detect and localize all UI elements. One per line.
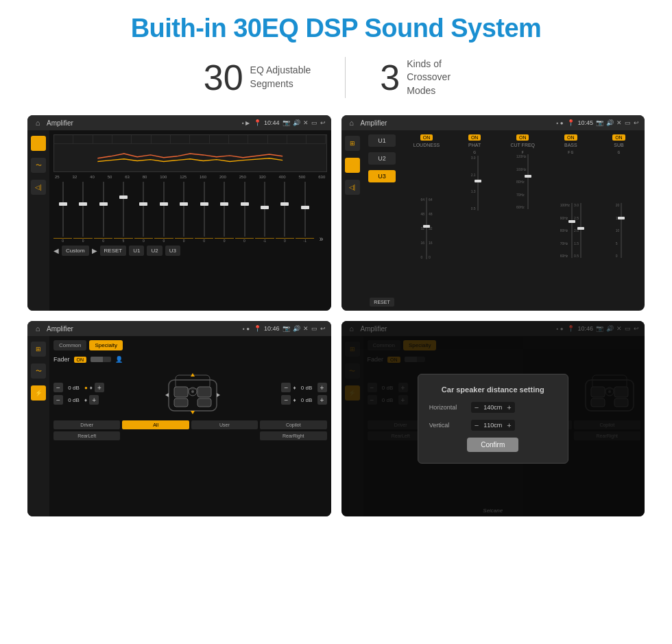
wave-icon[interactable]: 〜 xyxy=(31,158,46,173)
eq-icon-2[interactable]: ⊞ xyxy=(345,136,360,151)
svg-rect-3 xyxy=(197,387,211,397)
crossover-channels: ON LOUDNESS 644832160 644832160 ON PHAT xyxy=(401,130,645,311)
rearleft-btn[interactable]: RearLeft xyxy=(53,431,120,440)
expand-icon[interactable]: » xyxy=(315,235,326,243)
all-btn[interactable]: All xyxy=(122,420,189,429)
fader-12[interactable]: 0 xyxy=(276,182,294,243)
camera-icon-3: 📷 xyxy=(283,325,290,332)
volume-down-icon[interactable]: ◁| xyxy=(31,180,46,195)
user-btn[interactable]: User xyxy=(191,420,258,429)
fader-1[interactable]: 0 xyxy=(53,182,72,243)
fader-5[interactable]: 0 xyxy=(134,182,153,243)
loudness-fader[interactable]: 644832160 644832160 xyxy=(420,150,432,307)
u2-button[interactable]: U2 xyxy=(147,246,162,256)
prev-icon[interactable]: ◀ xyxy=(53,247,59,254)
reset-button[interactable]: RESET xyxy=(100,246,127,256)
eq-icon[interactable]: ⊞ xyxy=(31,136,46,151)
cutfreq-fader[interactable]: 120Hz100Hz80Hz70Hz60Hz xyxy=(516,154,529,307)
loudness-on[interactable]: ON xyxy=(420,134,433,141)
front-left-db: − 0 dB ● ♦ + xyxy=(53,383,104,392)
close-icon-3[interactable]: ✕ xyxy=(303,325,309,332)
ch-bass: ON BASS F G 100Hz90Hz80Hz70Hz60Hz 3.02.5… xyxy=(548,134,594,307)
minimize-icon-2[interactable]: ▭ xyxy=(625,119,631,126)
back-icon[interactable]: ↩ xyxy=(320,119,326,126)
u3-button[interactable]: U3 xyxy=(165,246,180,256)
copilot-btn[interactable]: Copilot xyxy=(260,420,326,429)
home-icon-3[interactable]: ⌂ xyxy=(33,324,43,333)
wave-icon-3[interactable]: 〜 xyxy=(31,363,46,379)
vertical-value: 110cm xyxy=(481,422,505,429)
u1-select[interactable]: U1 xyxy=(368,134,396,147)
minimize-icon-3[interactable]: ▭ xyxy=(311,325,317,332)
vertical-minus[interactable]: − xyxy=(475,421,479,429)
phat-on[interactable]: ON xyxy=(468,134,481,141)
screen3-icons: 📍 10:46 📷 🔊 ✕ ▭ ↩ xyxy=(254,325,326,332)
confirm-button[interactable]: Confirm xyxy=(467,438,518,452)
specialty-tab[interactable]: Specialty xyxy=(89,340,122,350)
horizontal-minus[interactable]: − xyxy=(475,403,479,412)
phat-fader[interactable]: G 3.02.11.30.5 xyxy=(471,150,479,307)
fr-plus[interactable]: + xyxy=(317,383,327,392)
close-icon[interactable]: ✕ xyxy=(303,119,309,126)
ch-cutfreq: ON CUT FREQ F 120Hz100Hz80Hz70Hz60Hz xyxy=(500,134,546,307)
cutfreq-on[interactable]: ON xyxy=(516,134,529,141)
screen1-title: Amplifier xyxy=(47,119,238,127)
fader-control[interactable] xyxy=(91,357,111,362)
fader-7[interactable]: 0 xyxy=(175,182,193,243)
rr-minus[interactable]: − xyxy=(281,395,291,405)
common-tab[interactable]: Common xyxy=(53,340,86,350)
fader-2[interactable]: 0 xyxy=(73,182,92,243)
fr-minus[interactable]: − xyxy=(281,383,291,392)
wave-icon-2[interactable]: 〜 xyxy=(345,158,360,173)
rl-plus[interactable]: + xyxy=(89,395,99,405)
bluetooth-icon[interactable]: ⚡ xyxy=(31,385,46,401)
dialog-overlay: Car speaker distance setting Horizontal … xyxy=(341,321,645,516)
rr-plus[interactable]: + xyxy=(317,395,327,405)
rl-minus[interactable]: − xyxy=(53,395,63,405)
rearright-btn[interactable]: RearRight xyxy=(260,431,326,440)
eq-number: 30 xyxy=(204,57,243,98)
close-icon-2[interactable]: ✕ xyxy=(616,119,622,126)
fl-plus[interactable]: + xyxy=(95,383,104,392)
fl-minus[interactable]: − xyxy=(53,383,63,392)
fader-text: Fader xyxy=(53,356,70,363)
fader-4[interactable]: 5 xyxy=(114,182,132,243)
horizontal-value: 140cm xyxy=(481,404,505,411)
ch-phat: ON PHAT G 3.02.11.30.5 xyxy=(452,134,498,307)
home-icon[interactable]: ⌂ xyxy=(33,118,43,128)
eq-icon-3[interactable]: ⊞ xyxy=(31,342,46,357)
sub-fader[interactable]: 20151050 xyxy=(616,154,623,307)
fader-11[interactable]: -1 xyxy=(255,182,274,243)
fader-3[interactable]: 0 xyxy=(94,182,112,243)
fader-13[interactable]: -1 xyxy=(296,182,314,243)
home-icon-2[interactable]: ⌂ xyxy=(347,118,357,128)
fader-row: Fader ON 👤 xyxy=(53,356,327,363)
play-icon[interactable]: ▶ xyxy=(92,247,97,254)
crossover-reset[interactable]: RESET xyxy=(370,298,394,307)
volume-down-icon-2[interactable]: ◁| xyxy=(345,180,360,195)
fader-9[interactable]: 0 xyxy=(215,182,233,243)
u2-select[interactable]: U2 xyxy=(368,152,396,165)
custom-button[interactable]: Custom xyxy=(62,246,89,256)
horizontal-plus[interactable]: + xyxy=(507,403,511,412)
cutfreq-label: CUT FREQ xyxy=(510,143,535,147)
fader-10[interactable]: 0 xyxy=(235,182,254,243)
fader-6[interactable]: 0 xyxy=(154,182,173,243)
volume-icon-2: 🔊 xyxy=(606,119,614,126)
back-icon-3[interactable]: ↩ xyxy=(320,325,326,332)
bass-fader[interactable]: 100Hz90Hz80Hz70Hz60Hz 3.02.52.01.50.5 xyxy=(560,154,581,307)
driver-btn[interactable]: Driver xyxy=(53,420,120,429)
u3-select[interactable]: U3 xyxy=(368,170,396,182)
record-icon: ▪ ▶ xyxy=(242,120,250,126)
screen-speaker: ⌂ Amplifier ▪ ● 📍 10:46 📷 🔊 ✕ ▭ ↩ ⊞ 〜 ⚡ xyxy=(27,321,331,516)
sub-on[interactable]: ON xyxy=(612,134,625,141)
fader-8[interactable]: 0 xyxy=(195,182,213,243)
back-icon-2[interactable]: ↩ xyxy=(634,119,639,126)
minimize-icon[interactable]: ▭ xyxy=(311,119,317,126)
vertical-plus[interactable]: + xyxy=(507,421,511,429)
u1-button[interactable]: U1 xyxy=(129,246,144,256)
eq-faders: 0 0 0 xyxy=(53,181,327,243)
bass-on[interactable]: ON xyxy=(564,134,577,141)
screen1-sidebar: ⊞ 〜 ◁| xyxy=(27,130,49,311)
on-badge[interactable]: ON xyxy=(74,357,87,363)
